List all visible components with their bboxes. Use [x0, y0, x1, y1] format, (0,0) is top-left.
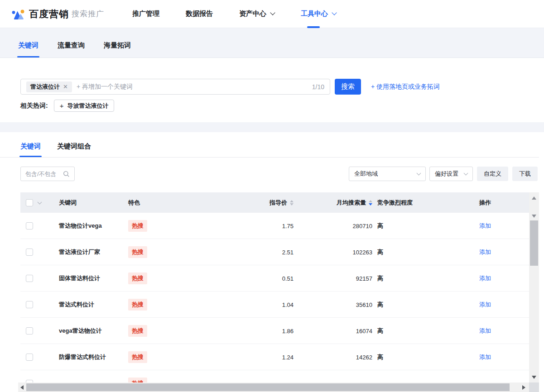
nav-menu: 推广管理 数据报告 资产中心 工具中心: [132, 0, 362, 28]
row-checkbox[interactable]: [26, 354, 33, 361]
sort-price-icon[interactable]: [290, 200, 294, 206]
col-price: 指导价: [263, 199, 294, 207]
keyword-search-panel: 雷达液位计 ✕ + 再增加一个关键词 1/10 搜索 + 使用落地页或业务拓词 …: [0, 58, 544, 122]
active-nav-indicator: [307, 26, 320, 28]
scroll-down-arrow-icon[interactable]: [529, 373, 539, 382]
table-header: 关键词 特色 指导价 月均搜索量 竞争激烈程度 操作: [20, 192, 529, 213]
nav-item-tools[interactable]: 工具中心: [301, 0, 336, 28]
download-button[interactable]: 下载: [512, 167, 538, 181]
scroll-left-arrow-icon[interactable]: [18, 382, 26, 392]
col-action: 操作: [479, 199, 529, 207]
results-panel: 关键词 关键词组合 全部地域 偏好设置 自定义 下载: [0, 132, 544, 392]
nav-item-promotion[interactable]: 推广管理: [132, 0, 159, 28]
scroll-right-arrow-icon[interactable]: [520, 382, 528, 392]
remove-chip-icon[interactable]: ✕: [63, 83, 68, 90]
row-checkbox[interactable]: [26, 327, 33, 335]
price-cell: 1.75: [282, 223, 294, 229]
add-keyword-link[interactable]: 添加: [479, 275, 491, 282]
plus-icon: +: [60, 102, 64, 110]
add-keyword-link[interactable]: 添加: [479, 354, 491, 360]
horizontal-scroll-thumb[interactable]: [26, 383, 510, 391]
search-icon: [63, 171, 70, 177]
volume-cell: 102263: [353, 249, 372, 256]
chevron-down-icon: [332, 10, 337, 15]
table-toolbar: 全部地域 偏好设置 自定义 下载: [20, 167, 538, 181]
price-cell: 1.86: [282, 328, 294, 335]
hot-search-badge: 热搜: [128, 272, 147, 284]
results-tab-keyword-combos[interactable]: 关键词组合: [57, 142, 91, 157]
keywords-table: 关键词 特色 指导价 月均搜索量 竞争激烈程度 操作 雷达物位计vega: [20, 192, 544, 382]
baidu-logo-icon: [11, 7, 25, 21]
vertical-scroll-thumb[interactable]: [530, 220, 538, 266]
hot-search-badge: 热搜: [128, 378, 147, 383]
contain-filter-input[interactable]: [25, 171, 61, 177]
landing-page-expand-link[interactable]: + 使用落地页或业务拓词: [371, 83, 440, 91]
table-controls: 全部地域 偏好设置 自定义 下载: [345, 167, 538, 181]
scroll-up-arrow-icon[interactable]: [529, 193, 539, 202]
chevron-down-icon: [464, 171, 468, 176]
table-row: 防爆雷达式料位计 热搜 1.24 14262 高 添加: [20, 344, 529, 370]
keyword-input[interactable]: 雷达液位计 ✕ + 再增加一个关键词 1/10: [20, 79, 330, 95]
volume-cell: 16074: [356, 328, 372, 335]
customize-columns-button[interactable]: 自定义: [477, 167, 508, 181]
keyword-counter: 1/10: [312, 83, 324, 91]
competition-cell: 高: [377, 249, 383, 255]
tool-tabs: 关键词 流量查询 海量拓词: [0, 28, 544, 58]
price-cell: 0.51: [282, 275, 294, 282]
col-competition: 竞争激烈程度: [372, 199, 479, 207]
hot-search-badge: 热搜: [128, 325, 147, 337]
row-checkbox[interactable]: [26, 275, 33, 282]
keyword-cell: 雷达液位计厂家: [59, 249, 100, 255]
brand-logo[interactable]: 百度营销 搜索推广: [11, 7, 104, 21]
col-volume: 月均搜索量: [294, 199, 372, 207]
top-navbar: 百度营销 搜索推广 推广管理 数据报告 资产中心 工具中心: [0, 0, 544, 28]
hot-search-badge: 热搜: [128, 220, 147, 232]
horizontal-scrollbar[interactable]: [18, 382, 529, 392]
tab-keywords[interactable]: 关键词: [18, 41, 39, 57]
volume-cell: 14262: [356, 354, 372, 361]
scroll-down-arrow-icon[interactable]: [529, 211, 539, 220]
related-hotword-chip[interactable]: + 导波雷达液位计: [54, 100, 115, 112]
keyword-cell: 固体雷达料位计: [59, 275, 100, 282]
competition-cell: 高: [377, 354, 383, 360]
keyword-cell: vega雷达物位计: [59, 327, 102, 334]
chevron-down-icon: [417, 171, 421, 176]
add-keyword-link[interactable]: 添加: [479, 301, 491, 308]
select-all-checkbox[interactable]: [26, 199, 33, 206]
keyword-chip: 雷达液位计 ✕: [26, 81, 72, 92]
competition-cell: 高: [377, 301, 383, 308]
chevron-down-icon: [270, 10, 275, 15]
select-menu-chevron-icon[interactable]: [38, 200, 42, 204]
keyword-input-placeholder: + 再增加一个关键词: [77, 83, 312, 91]
preference-select[interactable]: 偏好设置: [429, 167, 473, 181]
table-row: vega雷达物位计 热搜 1.86 16074 高 添加: [20, 318, 529, 344]
add-keyword-link[interactable]: 添加: [479, 249, 491, 255]
vertical-scrollbar[interactable]: [529, 192, 539, 382]
competition-cell: 高: [377, 327, 383, 334]
row-checkbox[interactable]: [26, 301, 33, 308]
sort-volume-icon[interactable]: [369, 200, 372, 206]
table-row: 雷达液位计厂家 热搜 2.51 102263 高 添加: [20, 239, 529, 265]
search-button[interactable]: 搜索: [335, 79, 361, 95]
col-keyword: 关键词: [59, 199, 128, 207]
competition-cell: 高: [377, 275, 383, 282]
row-checkbox[interactable]: [26, 249, 33, 256]
keyword-cell: 雷达式料位计: [59, 301, 94, 308]
contain-filter-box[interactable]: [20, 167, 75, 181]
price-cell: 1.24: [282, 354, 294, 361]
horizontal-scrollbar-row: [18, 382, 544, 392]
tab-traffic-query[interactable]: 流量查询: [58, 41, 85, 57]
nav-item-assets[interactable]: 资产中心: [239, 0, 274, 28]
add-keyword-link[interactable]: 添加: [479, 327, 491, 334]
tab-mass-expansion[interactable]: 海量拓词: [104, 41, 131, 57]
nav-item-reports[interactable]: 数据报告: [186, 0, 213, 28]
scrollbar-corner: [529, 382, 539, 392]
add-keyword-link[interactable]: 添加: [479, 222, 491, 229]
row-checkbox[interactable]: [26, 222, 33, 229]
volume-cell: 92157: [356, 275, 372, 282]
region-select[interactable]: 全部地域: [349, 167, 426, 181]
results-tab-keywords[interactable]: 关键词: [20, 142, 41, 157]
competition-cell: 高: [377, 222, 383, 229]
section-gap: [0, 122, 544, 132]
hot-search-badge: 热搜: [128, 246, 147, 258]
